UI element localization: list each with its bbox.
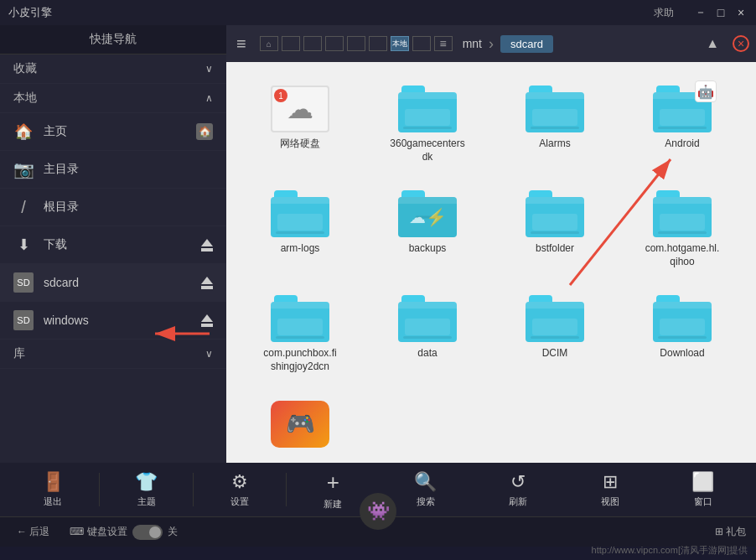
breadcrumb-sep: › <box>489 35 494 53</box>
nav-icon-8[interactable]: ≡ <box>434 36 453 51</box>
maindir-label: 主目录 <box>44 162 213 177</box>
keyboard-toggle-switch[interactable] <box>132 525 163 540</box>
network-badge: 1 <box>274 89 287 102</box>
close-button[interactable]: × <box>734 6 748 19</box>
cloud-icon: ☁ <box>287 93 313 125</box>
sdcard-eject-icon <box>201 277 213 289</box>
download-label: 下载 <box>44 237 201 252</box>
file-label-backups: backups <box>409 242 447 256</box>
content-toolbar: ≡ ⌂ 本地 ≡ mnt › sdcard ▲ × <box>226 25 756 62</box>
hamburger-menu-button[interactable]: ≡ <box>233 31 250 57</box>
app-title: 小皮引擎 <box>8 5 52 20</box>
title-bar-controls: 求助 － □ × <box>654 6 748 20</box>
nav-icon-7[interactable] <box>412 36 431 51</box>
close-content-button[interactable]: × <box>733 35 749 52</box>
sidebar-section-favorites[interactable]: 收藏 ∨ <box>0 54 226 84</box>
settings-icon: ⚙ <box>231 471 248 493</box>
sidebar-item-maindir[interactable]: 📷 主目录 <box>0 151 226 189</box>
home-label: 主页 <box>44 124 196 139</box>
folder-icon-android: 🤖 <box>653 86 712 132</box>
home-icon: 🏠 <box>13 122 34 142</box>
sidebar-item-sdcard[interactable]: SD sdcard <box>0 264 226 302</box>
download-eject-icon <box>201 239 213 251</box>
folder-icon-360 <box>398 86 457 132</box>
rootdir-label: 根目录 <box>44 200 213 215</box>
restore-button[interactable]: □ <box>714 6 728 19</box>
file-label-dcim: DCIM <box>542 347 568 360</box>
folder-icon-data <box>398 295 457 342</box>
help-link[interactable]: 求助 <box>654 6 674 20</box>
file-label-android: Android <box>665 137 699 151</box>
nav-icon-1[interactable]: ⌂ <box>260 36 278 51</box>
content-area: ≡ ⌂ 本地 ≡ mnt › sdcard ▲ × <box>226 25 756 463</box>
breadcrumb-mnt[interactable]: mnt <box>463 37 482 50</box>
file-label-bstfolder: bstfolder <box>536 242 574 256</box>
view-label: 视图 <box>601 495 619 508</box>
sidebar-item-download[interactable]: ⬇ 下载 <box>0 226 226 264</box>
nav-icon-5[interactable] <box>347 36 365 51</box>
back-button[interactable]: ← 后退 <box>10 521 56 542</box>
settings-label: 设置 <box>230 495 249 508</box>
sidebar-section-library[interactable]: 库 ∨ <box>0 340 226 369</box>
toggle-knob <box>149 526 161 538</box>
view-icon: ⊞ <box>603 471 618 493</box>
file-item-compunchbox[interactable]: com.punchbox.fishingjoy2dcn <box>243 288 357 380</box>
file-label-armlogs: arm-logs <box>281 242 320 256</box>
file-item-data[interactable]: data <box>370 288 484 380</box>
sidebar-item-rootdir[interactable]: / 根目录 <box>0 189 226 226</box>
theme-icon: 👕 <box>135 471 158 493</box>
refresh-button[interactable]: ↺ 刷新 <box>472 463 564 516</box>
nav-icon-4[interactable] <box>325 36 344 51</box>
minimize-button[interactable]: － <box>694 6 707 19</box>
file-item-armlogs[interactable]: arm-logs <box>243 184 357 275</box>
watermark: http://www.vipcn.com[清风手游网]提供 <box>592 544 748 557</box>
file-item-dcim[interactable]: DCIM <box>498 288 612 380</box>
title-bar-left: 小皮引擎 <box>8 5 52 20</box>
sidebar: 快捷导航 收藏 ∨ 本地 ∧ 🏠 主页 🏠 📷 主目录 / 根目录 <box>0 25 226 463</box>
refresh-up-icon[interactable]: ▲ <box>702 33 722 54</box>
file-item-gameapp[interactable]: 🎮 <box>243 394 357 459</box>
toggle-state-label: 关 <box>168 525 178 539</box>
windows-label: windows <box>44 314 201 327</box>
settings-button[interactable]: ⚙ 设置 <box>194 463 286 516</box>
view-button[interactable]: ⊞ 视图 <box>564 463 656 516</box>
new-label: 新建 <box>324 498 342 511</box>
folder-icon-armlogs <box>271 190 329 237</box>
sidebar-item-windows[interactable]: SD windows <box>0 302 226 340</box>
file-item-android[interactable]: 🤖 Android <box>625 79 739 170</box>
nav-icon-2[interactable] <box>282 36 300 51</box>
exit-button[interactable]: 🚪 退出 <box>7 463 99 516</box>
window-button[interactable]: ⬜ 窗口 <box>657 463 749 516</box>
network-icon: ☁ 1 <box>271 86 329 132</box>
search-label: 搜索 <box>417 495 435 508</box>
download-icon: ⬇ <box>13 235 34 255</box>
gift-button[interactable]: ⊞ 礼包 <box>715 525 746 539</box>
file-item-360gamecentersdk[interactable]: 360gamecentersdk <box>370 79 484 170</box>
nav-icon-6[interactable] <box>369 36 387 51</box>
file-item-bstfolder[interactable]: bstfolder <box>498 184 612 275</box>
folder-icon-alarms <box>526 86 584 132</box>
file-item-backups[interactable]: ☁⚡ backups <box>370 184 484 275</box>
android-badge: 🤖 <box>695 80 717 102</box>
file-item-comhotgame[interactable]: com.hotgame.hl.qihoo <box>625 184 739 275</box>
mascot-button[interactable]: 👾 <box>360 493 396 530</box>
file-item-download[interactable]: Download <box>625 288 739 380</box>
sdcard-icon: SD <box>13 272 34 293</box>
file-label-data: data <box>417 347 437 360</box>
sidebar-item-home[interactable]: 🏠 主页 🏠 <box>0 113 226 151</box>
folder-icon-dcim <box>526 295 584 342</box>
exit-label: 退出 <box>44 495 62 508</box>
file-item-alarms[interactable]: Alarms <box>498 79 612 170</box>
nav-icon-local[interactable]: 本地 <box>391 36 409 51</box>
gift-label: ⊞ 礼包 <box>715 525 746 539</box>
sidebar-section-local[interactable]: 本地 ∧ <box>0 84 226 113</box>
nav-icon-3[interactable] <box>303 36 322 51</box>
main-container: 快捷导航 收藏 ∨ 本地 ∧ 🏠 主页 🏠 📷 主目录 / 根目录 <box>0 25 756 463</box>
sidebar-header: 快捷导航 <box>0 25 226 54</box>
file-label-download: Download <box>660 347 704 360</box>
breadcrumb-sdcard[interactable]: sdcard <box>500 35 553 53</box>
theme-button[interactable]: 👕 主题 <box>100 463 192 516</box>
file-item-network[interactable]: ☁ 1 网络硬盘 <box>243 79 357 170</box>
file-label-360: 360gamecentersdk <box>390 137 465 163</box>
library-chevron: ∨ <box>205 348 213 360</box>
